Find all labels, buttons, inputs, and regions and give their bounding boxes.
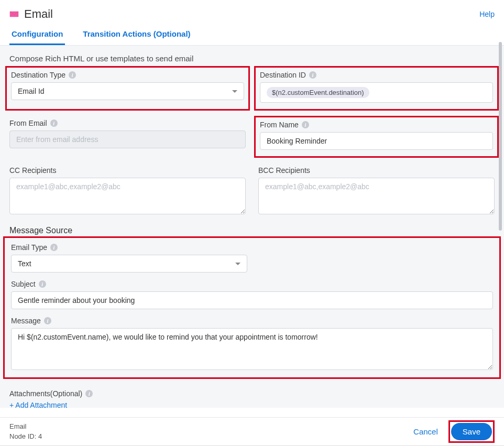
- message-label: Message: [11, 317, 41, 325]
- scrollbar[interactable]: [499, 42, 502, 293]
- info-icon[interactable]: i: [50, 244, 58, 251]
- content-area: Compose Rich HTML or use templates to se…: [0, 46, 504, 408]
- email-icon: [9, 10, 19, 18]
- subject-label: Subject: [11, 280, 36, 288]
- from-email-label: From Email: [9, 119, 47, 127]
- from-email-input: [9, 130, 246, 148]
- info-icon[interactable]: i: [69, 71, 76, 79]
- destination-id-label: Destination ID: [260, 71, 306, 79]
- email-type-select[interactable]: Text: [11, 255, 247, 273]
- bcc-label: BCC Recipients: [258, 166, 310, 175]
- save-highlight: Save: [448, 420, 495, 443]
- info-icon[interactable]: i: [50, 119, 58, 127]
- subject-input[interactable]: [11, 291, 493, 309]
- message-input[interactable]: [11, 328, 493, 370]
- from-name-group: From Name i: [254, 116, 499, 158]
- chevron-down-icon: [235, 263, 240, 265]
- email-type-label: Email Type: [11, 243, 47, 252]
- destination-type-group: Destination Type i Email Id: [5, 66, 250, 111]
- from-email-group: From Email i: [9, 119, 246, 159]
- destination-type-value: Email Id: [18, 87, 45, 95]
- page-title: Email: [24, 7, 53, 21]
- message-source-section: Email Type i Text Subject i Message: [3, 236, 501, 379]
- attachments-label: Attachments(Optional): [9, 389, 82, 398]
- info-icon[interactable]: i: [309, 71, 316, 79]
- cc-label: CC Recipients: [9, 166, 56, 175]
- tab-configuration[interactable]: Configuration: [9, 25, 65, 45]
- add-attachment-link[interactable]: + Add Attachment: [9, 401, 67, 408]
- destination-type-select[interactable]: Email Id: [11, 82, 244, 100]
- destination-id-input[interactable]: $(n2.customEvent.destination): [260, 82, 493, 103]
- cancel-button[interactable]: Cancel: [413, 427, 438, 436]
- from-name-input[interactable]: [260, 132, 493, 150]
- save-button[interactable]: Save: [451, 423, 492, 440]
- tabs: Configuration Transition Actions (Option…: [0, 25, 504, 46]
- footer: Email Node ID: 4 Cancel Save: [0, 417, 504, 445]
- bcc-input[interactable]: [258, 178, 495, 214]
- cc-group: CC Recipients: [9, 166, 246, 214]
- cc-input[interactable]: [9, 178, 246, 214]
- destination-type-label: Destination Type: [11, 71, 65, 79]
- compose-subtitle: Compose Rich HTML or use templates to se…: [9, 54, 495, 63]
- destination-id-group: Destination ID i $(n2.customEvent.destin…: [254, 66, 499, 111]
- info-icon[interactable]: i: [302, 121, 309, 128]
- email-type-value: Text: [18, 259, 31, 268]
- panel-header: Email Help: [0, 0, 504, 25]
- info-icon[interactable]: i: [85, 390, 93, 397]
- info-icon[interactable]: i: [39, 280, 46, 288]
- footer-name: Email: [9, 422, 42, 431]
- chevron-down-icon: [232, 90, 237, 93]
- message-source-title: Message Source: [9, 226, 495, 235]
- tab-transition-actions[interactable]: Transition Actions (Optional): [81, 25, 192, 45]
- destination-id-chip[interactable]: $(n2.customEvent.destination): [267, 87, 369, 98]
- scrollbar-thumb[interactable]: [499, 42, 502, 231]
- help-link[interactable]: Help: [479, 10, 495, 18]
- footer-node-id: Node ID: 4: [9, 432, 42, 441]
- bcc-group: BCC Recipients: [258, 166, 495, 214]
- from-name-label: From Name: [260, 121, 299, 129]
- info-icon[interactable]: i: [44, 317, 51, 324]
